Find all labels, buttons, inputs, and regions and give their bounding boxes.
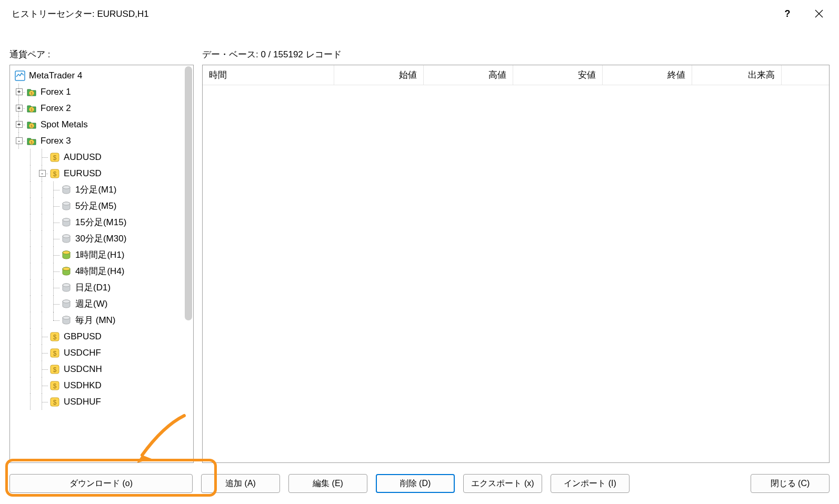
svg-text:$: $: [53, 382, 57, 390]
tree-timeframe[interactable]: 4時間足(H4): [13, 263, 193, 279]
tree-item-label: 1分足(M1): [72, 185, 116, 194]
timeframe-icon: [61, 249, 72, 261]
tree-item-label: Spot Metals: [37, 120, 88, 129]
edit-button[interactable]: 編集 (E): [288, 474, 367, 493]
table-column-header[interactable]: 高値: [424, 65, 513, 85]
currency-icon: $: [49, 168, 61, 179]
svg-text:$: $: [53, 366, 57, 374]
add-button[interactable]: 追加 (A): [201, 474, 280, 493]
close-button[interactable]: 閉じる (C): [751, 474, 830, 493]
tree-expander[interactable]: +: [16, 88, 23, 95]
tree-item-label: AUDUSD: [61, 153, 102, 162]
column-label: 時間: [209, 69, 227, 81]
timeframe-icon: [61, 217, 72, 228]
tree-expander[interactable]: -: [16, 137, 23, 144]
tree-expander[interactable]: -: [39, 170, 46, 177]
column-label: 終値: [667, 69, 685, 81]
currency-icon: $: [49, 152, 61, 163]
tree-group[interactable]: +$Forex 2: [13, 100, 193, 116]
tree-item-label: USDHKD: [61, 381, 102, 390]
tree-symbol[interactable]: $USDCHF: [13, 345, 193, 361]
delete-button[interactable]: 削除 (D): [376, 474, 455, 493]
tree-symbol[interactable]: $GBPUSD: [13, 328, 193, 345]
table-column-header[interactable]: 終値: [603, 65, 692, 85]
tree-group[interactable]: +$Forex 1: [13, 84, 193, 100]
svg-text:$: $: [53, 154, 57, 162]
svg-point-30: [63, 300, 70, 303]
svg-text:$: $: [31, 140, 33, 144]
tree-item-label: Forex 1: [37, 87, 71, 96]
tree-item-label: USDHUF: [61, 397, 101, 406]
tree-symbol[interactable]: $USDHKD: [13, 377, 193, 394]
timeframe-icon: [61, 298, 72, 310]
tree-symbol[interactable]: $AUDUSD: [13, 149, 193, 165]
tree-expander[interactable]: +: [16, 105, 23, 112]
titlebar: ヒストリーセンター: EURUSD,H1 ?: [0, 0, 839, 27]
currency-icon: $: [49, 331, 61, 342]
folder-icon: $: [26, 135, 37, 147]
timeframe-icon: [61, 266, 72, 277]
tree-timeframe[interactable]: 1分足(M1): [13, 182, 193, 198]
import-button[interactable]: インポート (I): [551, 474, 630, 493]
tree-item-label: GBPUSD: [61, 332, 102, 341]
tree-item-label: Forex 2: [37, 104, 71, 113]
column-label: 始値: [399, 69, 417, 81]
button-row: ダウンロード (o) 追加 (A) 編集 (E) 削除 (D) エクスポート (…: [0, 463, 839, 504]
table-column-header[interactable]: 安値: [513, 65, 603, 85]
svg-point-20: [63, 218, 70, 221]
tree-group[interactable]: +$Spot Metals: [13, 116, 193, 133]
timeframe-icon: [61, 233, 72, 245]
svg-text:$: $: [53, 334, 57, 341]
tree-item-label: EURUSD: [61, 169, 102, 178]
tree-root[interactable]: MetaTrader 4: [13, 67, 193, 84]
tree-item-label: MetaTrader 4: [26, 71, 82, 80]
tree-group[interactable]: -$Forex 3: [13, 133, 193, 149]
table-column-header[interactable]: 始値: [334, 65, 424, 85]
tree-timeframe[interactable]: 1時間足(H1): [13, 247, 193, 263]
tree-symbol[interactable]: $USDCNH: [13, 361, 193, 377]
tree-symbol-expanded[interactable]: -$EURUSD: [13, 165, 193, 182]
tree-symbol[interactable]: $USDHUF: [13, 394, 193, 410]
tree-item-label: USDCNH: [61, 365, 102, 374]
data-table[interactable]: 時間始値高値安値終値出来高: [202, 65, 830, 463]
tree-scrollbar[interactable]: [184, 65, 193, 319]
tree-timeframe[interactable]: 日足(D1): [13, 279, 193, 296]
tree-item-label: 30分足(M30): [72, 234, 126, 243]
table-column-header[interactable]: 出来高: [692, 65, 782, 85]
export-button[interactable]: エクスポート (x): [463, 474, 542, 493]
timeframe-icon: [61, 200, 72, 212]
svg-point-26: [63, 267, 70, 270]
column-label: 安値: [578, 69, 596, 81]
close-window-button[interactable]: [803, 0, 835, 27]
column-label: 出来高: [748, 69, 775, 81]
timeframe-icon: [61, 184, 72, 196]
close-icon: [815, 9, 823, 18]
currency-icon: $: [49, 380, 61, 391]
symbols-label: 通貨ペア :: [9, 48, 194, 61]
timeframe-icon: [61, 282, 72, 294]
svg-point-18: [63, 202, 70, 205]
download-button[interactable]: ダウンロード (o): [9, 474, 193, 493]
currency-icon: $: [49, 364, 61, 375]
table-header: 時間始値高値安値終値出来高: [203, 65, 829, 85]
help-button[interactable]: ?: [772, 0, 803, 27]
tree-timeframe[interactable]: 毎月 (MN): [13, 312, 193, 328]
folder-icon: $: [26, 119, 37, 130]
svg-point-24: [63, 251, 70, 254]
tree-item-label: USDCHF: [61, 348, 101, 357]
svg-point-16: [63, 186, 70, 189]
database-label: デー・ベース: 0 / 155192 レコード: [202, 48, 830, 61]
table-column-header[interactable]: 時間: [203, 65, 334, 85]
tree-timeframe[interactable]: 週足(W): [13, 296, 193, 312]
app-icon: [14, 70, 26, 82]
tree-timeframe[interactable]: 15分足(M15): [13, 214, 193, 230]
tree-item-label: 日足(D1): [72, 283, 111, 292]
tree-item-label: 4時間足(H4): [72, 267, 125, 276]
symbols-tree[interactable]: MetaTrader 4+$Forex 1+$Forex 2+$Spot Met…: [9, 65, 194, 463]
tree-timeframe[interactable]: 30分足(M30): [13, 230, 193, 247]
tree-timeframe[interactable]: 5分足(M5): [13, 198, 193, 214]
tree-expander[interactable]: +: [16, 121, 23, 128]
svg-point-28: [63, 284, 70, 287]
svg-point-32: [63, 316, 70, 319]
timeframe-icon: [61, 315, 72, 326]
